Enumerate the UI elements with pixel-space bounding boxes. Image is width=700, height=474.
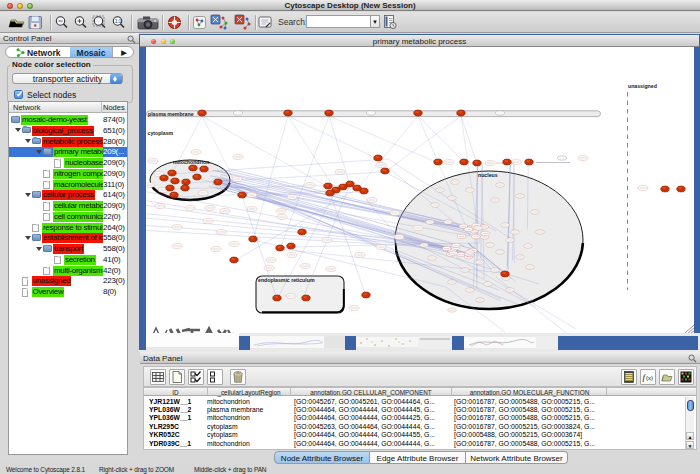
svg-text:plasma membrane: plasma membrane xyxy=(148,111,194,117)
svg-text:unassigned: unassigned xyxy=(628,83,657,89)
svg-text:1:1: 1:1 xyxy=(115,19,122,24)
svg-text:mitochondrion: mitochondrion xyxy=(173,159,209,165)
svg-text:(x): (x) xyxy=(646,375,653,381)
svg-text:nucleus: nucleus xyxy=(478,172,498,178)
svg-text:cytoplasm: cytoplasm xyxy=(148,130,174,136)
svg-text:endoplasmic reticulum: endoplasmic reticulum xyxy=(258,277,315,283)
